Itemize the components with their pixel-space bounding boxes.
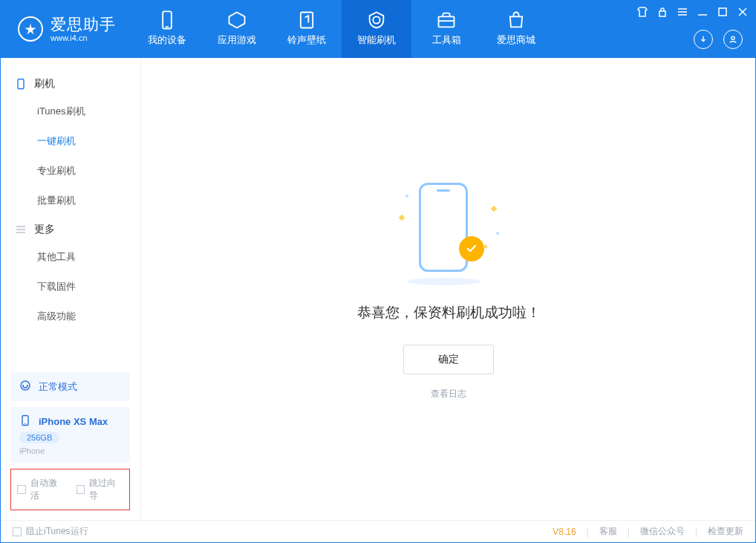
checkmark-badge-icon xyxy=(459,236,484,261)
app-header: 爱思助手 www.i4.cn 我的设备 应用游戏 铃声壁纸 智能刷机 工具箱 爱… xyxy=(0,0,756,58)
brand-title: 爱思助手 xyxy=(50,16,116,33)
svg-rect-2 xyxy=(301,13,313,28)
mode-card[interactable]: 正常模式 xyxy=(10,372,130,401)
sidebar-item-itunes-flash[interactable]: iTunes刷机 xyxy=(0,97,140,126)
close-icon[interactable] xyxy=(737,6,749,18)
lock-icon[interactable] xyxy=(656,6,668,18)
device-name: iPhone XS Max xyxy=(39,416,108,427)
tab-label: 爱思商城 xyxy=(497,33,535,47)
sidebar: 刷机 iTunes刷机 一键刷机 专业刷机 批量刷机 更多 其他工具 下载固件 … xyxy=(0,58,141,521)
store-icon xyxy=(506,11,527,29)
svg-rect-5 xyxy=(659,11,665,16)
sidebar-group-title: 更多 xyxy=(34,223,55,236)
tab-label: 智能刷机 xyxy=(357,33,396,47)
refresh-icon xyxy=(19,380,31,394)
svg-point-19 xyxy=(22,385,24,386)
ok-button[interactable]: 确定 xyxy=(403,345,494,374)
svg-point-18 xyxy=(21,381,30,390)
svg-rect-10 xyxy=(719,8,726,16)
success-title: 恭喜您，保资料刷机成功啦！ xyxy=(357,303,541,322)
main-tabs: 我的设备 应用游戏 铃声壁纸 智能刷机 工具箱 爱思商城 xyxy=(132,0,551,58)
sidebar-item-advanced[interactable]: 高级功能 xyxy=(0,302,140,331)
tab-label: 应用游戏 xyxy=(218,33,256,47)
header-quick-actions xyxy=(694,30,743,49)
tshirt-icon[interactable] xyxy=(636,6,648,18)
tab-ringtone-wallpaper[interactable]: 铃声壁纸 xyxy=(272,0,342,58)
download-icon[interactable] xyxy=(694,30,713,49)
window-controls xyxy=(636,6,749,18)
status-link-support[interactable]: 客服 xyxy=(599,525,617,538)
brand-url: www.i4.cn xyxy=(50,33,116,42)
svg-point-13 xyxy=(731,36,734,39)
checkbox-label: 阻止iTunes运行 xyxy=(26,525,88,538)
checkbox-auto-activate[interactable]: 自动激活 xyxy=(17,477,65,502)
view-log-link[interactable]: 查看日志 xyxy=(431,388,466,400)
ringtone-icon xyxy=(296,11,317,29)
svg-rect-0 xyxy=(163,11,172,28)
sidebar-item-other-tools[interactable]: 其他工具 xyxy=(0,242,140,272)
device-capacity: 256GB xyxy=(19,432,59,443)
phone-small-icon xyxy=(15,78,27,90)
device-icon xyxy=(157,11,177,29)
tab-label: 工具箱 xyxy=(432,33,461,47)
tab-label: 我的设备 xyxy=(148,33,186,47)
success-illustration xyxy=(397,178,501,282)
device-type: iPhone xyxy=(19,446,45,455)
phone-illustration-icon xyxy=(419,183,468,272)
maximize-icon[interactable] xyxy=(717,6,729,18)
tab-smart-flash[interactable]: 智能刷机 xyxy=(342,0,411,58)
status-link-wechat[interactable]: 微信公众号 xyxy=(640,525,685,538)
sidebar-group-title: 刷机 xyxy=(34,77,55,91)
checkbox-block-itunes[interactable]: 阻止iTunes运行 xyxy=(13,525,88,538)
sidebar-item-download-firmware[interactable]: 下载固件 xyxy=(0,272,140,302)
tab-store[interactable]: 爱思商城 xyxy=(481,0,551,58)
device-card[interactable]: iPhone XS Max 256GB iPhone xyxy=(10,407,130,463)
mode-label: 正常模式 xyxy=(39,380,77,394)
svg-point-22 xyxy=(25,423,26,425)
tab-my-device[interactable]: 我的设备 xyxy=(132,0,202,58)
main-content: 恭喜您，保资料刷机成功啦！ 确定 查看日志 xyxy=(141,58,756,521)
brand: 爱思助手 www.i4.cn xyxy=(0,0,132,58)
sidebar-group-more: 更多 xyxy=(0,215,140,242)
tab-toolbox[interactable]: 工具箱 xyxy=(411,0,481,58)
device-small-icon xyxy=(19,414,31,429)
brand-logo-icon xyxy=(18,16,43,42)
menu-icon[interactable] xyxy=(677,6,688,18)
flash-icon xyxy=(366,11,387,29)
status-link-update[interactable]: 检查更新 xyxy=(708,525,743,538)
user-icon[interactable] xyxy=(723,30,743,49)
tab-label: 铃声壁纸 xyxy=(287,33,326,47)
sidebar-item-pro-flash[interactable]: 专业刷机 xyxy=(0,156,140,186)
checkbox-skip-guide[interactable]: 跳过向导 xyxy=(76,477,124,502)
tab-apps-games[interactable]: 应用游戏 xyxy=(202,0,272,58)
flash-options-row: 自动激活 跳过向导 xyxy=(10,469,130,510)
minimize-icon[interactable] xyxy=(697,6,708,18)
sidebar-group-flash: 刷机 xyxy=(0,70,140,97)
apps-icon xyxy=(227,11,247,29)
checkbox-label: 跳过向导 xyxy=(89,477,123,502)
checkbox-label: 自动激活 xyxy=(30,477,65,502)
toolbox-icon xyxy=(436,11,457,29)
status-bar: 阻止iTunes运行 V8.16 | 客服 | 微信公众号 | 检查更新 xyxy=(1,520,755,542)
svg-rect-3 xyxy=(439,16,454,27)
svg-rect-14 xyxy=(18,79,24,89)
sidebar-item-oneclick-flash[interactable]: 一键刷机 xyxy=(0,126,140,156)
sidebar-item-batch-flash[interactable]: 批量刷机 xyxy=(0,186,140,215)
svg-point-20 xyxy=(27,385,28,386)
list-small-icon xyxy=(15,224,27,235)
version-label: V8.16 xyxy=(553,527,576,537)
